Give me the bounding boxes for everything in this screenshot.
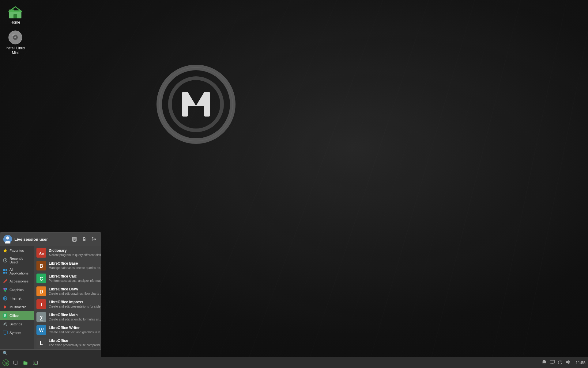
svg-rect-87 bbox=[550, 360, 554, 363]
desktop-icons-container: Home Install LinuxMint bbox=[3, 3, 28, 56]
taskbar-mint-button[interactable]: m bbox=[1, 358, 10, 367]
app-item-libreoffice-math[interactable]: ∑ LibreOffice Math Create and edit scien… bbox=[34, 311, 101, 324]
svg-line-18 bbox=[107, 0, 268, 368]
svg-line-9 bbox=[306, 0, 429, 368]
sidebar-item-favorites[interactable]: Favorites bbox=[0, 246, 34, 255]
app-item-libreoffice-impress[interactable]: I LibreOffice Impress Create and edit pr… bbox=[34, 298, 101, 311]
svg-point-41 bbox=[6, 236, 9, 240]
svg-line-3 bbox=[31, 0, 153, 215]
svg-point-38 bbox=[14, 36, 16, 38]
app-item-libreoffice-base[interactable]: B LibreOffice Base Manage databases, cre… bbox=[34, 259, 101, 272]
taskbar-volume-icon[interactable] bbox=[565, 359, 571, 366]
sidebar-label-settings: Settings bbox=[9, 322, 22, 326]
sidebar-label-graphics: Graphics bbox=[9, 288, 24, 292]
libreoffice-draw-icon: D bbox=[36, 286, 46, 296]
taskbar: m bbox=[0, 357, 588, 368]
libreoffice-impress-icon: I bbox=[36, 299, 46, 309]
svg-point-56 bbox=[5, 288, 7, 290]
dictionary-icon: Aa bbox=[36, 248, 46, 258]
svg-line-11 bbox=[429, 0, 521, 368]
sidebar-item-multimedia[interactable]: Multimedia bbox=[0, 303, 34, 311]
svg-rect-44 bbox=[73, 237, 76, 239]
svg-rect-53 bbox=[6, 272, 7, 274]
svg-point-66 bbox=[4, 323, 6, 325]
linux-mint-logo bbox=[153, 61, 239, 147]
svg-rect-85 bbox=[33, 361, 37, 365]
menu-header-actions bbox=[71, 236, 98, 243]
settings-sidebar-icon bbox=[3, 322, 8, 327]
svg-line-8 bbox=[245, 0, 383, 368]
menu-logout-icon[interactable] bbox=[90, 236, 98, 243]
svg-text:m: m bbox=[5, 362, 7, 364]
sidebar-item-all-applications[interactable]: All Applications bbox=[0, 266, 34, 277]
libreoffice-draw-desc: Create and edit drawings, flow charts an… bbox=[49, 292, 101, 296]
search-input[interactable] bbox=[9, 351, 98, 355]
taskbar-files-button[interactable] bbox=[21, 358, 30, 367]
taskbar-display-icon[interactable] bbox=[549, 359, 555, 366]
app-item-libreoffice[interactable]: L LibreOffice The office productivity su… bbox=[34, 336, 101, 349]
svg-rect-51 bbox=[6, 269, 7, 271]
app-item-libreoffice-writer[interactable]: W LibreOffice Writer Create and edit tex… bbox=[34, 324, 101, 336]
sidebar-item-internet[interactable]: Internet bbox=[0, 294, 34, 303]
taskbar-terminal-button[interactable] bbox=[31, 358, 40, 367]
taskbar-show-desktop-button[interactable] bbox=[11, 358, 20, 367]
home-icon-label: Home bbox=[10, 20, 20, 25]
sidebar-item-accessories[interactable]: Accessories bbox=[0, 277, 34, 286]
svg-line-13 bbox=[521, 31, 588, 368]
svg-rect-52 bbox=[3, 272, 5, 274]
svg-line-15 bbox=[23, 0, 130, 184]
libreoffice-desc: The office productivity suite compatible… bbox=[49, 343, 101, 347]
taskbar-right: 11:55 bbox=[539, 359, 588, 366]
svg-text:Aa: Aa bbox=[39, 251, 44, 255]
svg-rect-33 bbox=[13, 14, 17, 18]
libreoffice-impress-name: LibreOffice Impress bbox=[49, 300, 101, 305]
sidebar-label-recently-used: Recently Used bbox=[9, 257, 31, 264]
sidebar-item-settings[interactable]: Settings bbox=[0, 320, 34, 328]
libreoffice-writer-icon: W bbox=[36, 325, 46, 335]
app-item-libreoffice-calc[interactable]: C LibreOffice Calc Perform calculations,… bbox=[34, 272, 101, 285]
desktop-icon-install-mint[interactable]: Install LinuxMint bbox=[3, 29, 28, 56]
menu-sidebar: Favorites Recently Used All Applications… bbox=[0, 246, 34, 349]
dictionary-desc: A client program to query different dict… bbox=[49, 253, 101, 257]
all-applications-sidebar-icon bbox=[3, 269, 8, 274]
libreoffice-calc-desc: Perform calculations, analyze informati.… bbox=[49, 279, 101, 283]
sidebar-item-office[interactable]: Office bbox=[0, 311, 34, 320]
internet-sidebar-icon bbox=[3, 296, 8, 301]
taskbar-notifications-icon[interactable] bbox=[541, 359, 547, 366]
svg-point-55 bbox=[3, 288, 5, 290]
menu-save-icon[interactable] bbox=[71, 236, 78, 243]
svg-rect-34 bbox=[9, 10, 14, 12]
sidebar-label-all-applications: All Applications bbox=[9, 268, 31, 275]
svg-rect-46 bbox=[83, 239, 85, 241]
start-menu: Live session user Favorites Rec bbox=[0, 232, 101, 357]
home-folder-icon bbox=[8, 4, 23, 19]
svg-text:∑: ∑ bbox=[40, 315, 43, 320]
sidebar-item-system[interactable]: System bbox=[0, 328, 34, 337]
recently-used-sidebar-icon bbox=[3, 258, 8, 263]
sidebar-item-graphics[interactable]: Graphics bbox=[0, 286, 34, 294]
desktop: Home Install LinuxMint bbox=[0, 0, 588, 368]
menu-search-bar: 🔍 bbox=[0, 349, 101, 357]
svg-line-12 bbox=[490, 0, 567, 368]
libreoffice-math-name: LibreOffice Math bbox=[49, 313, 101, 318]
sidebar-item-recently-used[interactable]: Recently Used bbox=[0, 255, 34, 266]
menu-header: Live session user bbox=[0, 232, 101, 246]
svg-point-54 bbox=[6, 279, 7, 281]
app-item-dictionary[interactable]: Aa Dictionary A client program to query … bbox=[34, 246, 101, 259]
libreoffice-writer-desc: Create and edit text and graphics in let… bbox=[49, 331, 101, 334]
svg-rect-45 bbox=[74, 240, 75, 241]
desktop-icon-home[interactable]: Home bbox=[3, 3, 28, 26]
svg-rect-84 bbox=[24, 362, 28, 364]
libreoffice-calc-name: LibreOffice Calc bbox=[49, 274, 101, 279]
svg-text:W: W bbox=[39, 328, 44, 333]
app-item-libreoffice-draw[interactable]: D LibreOffice Draw Create and edit drawi… bbox=[34, 285, 101, 298]
taskbar-power-icon[interactable] bbox=[557, 359, 563, 366]
libreoffice-base-name: LibreOffice Base bbox=[49, 261, 101, 266]
svg-line-10 bbox=[368, 0, 475, 368]
install-mint-icon-label: Install LinuxMint bbox=[6, 46, 25, 55]
libreoffice-math-icon: ∑ bbox=[36, 312, 46, 322]
office-sidebar-icon bbox=[3, 313, 8, 318]
menu-lock-icon[interactable] bbox=[81, 236, 88, 243]
svg-text:L: L bbox=[40, 341, 43, 346]
libreoffice-math-desc: Create and edit scientific formulas and … bbox=[49, 318, 101, 321]
